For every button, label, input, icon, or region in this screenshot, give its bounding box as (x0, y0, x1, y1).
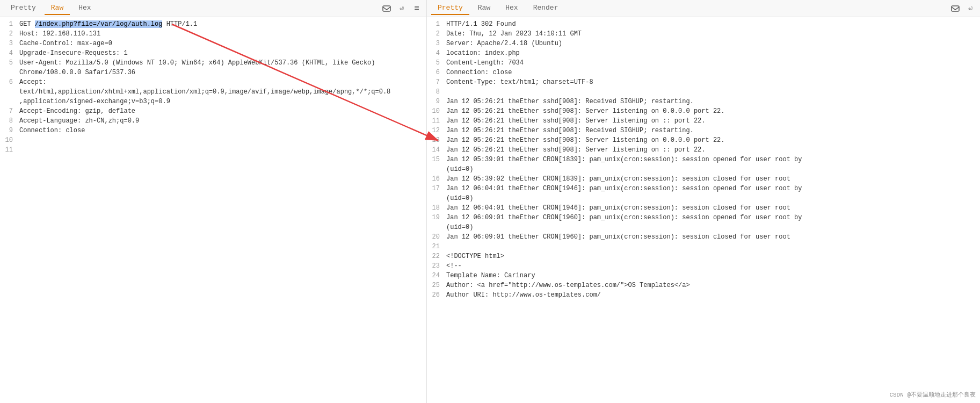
code-line: 6 Accept: (0, 77, 426, 87)
tab-right-render[interactable]: Render (527, 2, 565, 15)
code-line: 7 Accept-Encoding: gzip, deflate (0, 106, 426, 116)
code-line: 19 Jan 12 06:09:01 theEther CRON[1960]: … (427, 213, 980, 222)
code-line: 14 Jan 12 05:26:21 theEther sshd[908]: S… (427, 145, 980, 155)
send-icon-right[interactable] (950, 3, 961, 14)
code-line: (uid=0) (427, 193, 980, 203)
code-line: 11 Jan 12 05:26:21 theEther sshd[908]: S… (427, 116, 980, 126)
wrap-icon[interactable]: ⏎ (396, 3, 407, 14)
code-line-13: 13 Jan 12 05:26:21 theEther sshd[908]: S… (427, 135, 980, 145)
code-line: text/html,application/xhtml+xml,applicat… (0, 87, 426, 97)
code-line: 5 Content-Length: 7034 (427, 58, 980, 68)
code-line: 11 (0, 145, 426, 155)
code-line: 10 (0, 135, 426, 145)
menu-icon[interactable]: ≡ (411, 3, 422, 14)
wrap-icon-right[interactable]: ⏎ (965, 3, 976, 14)
left-code-content: 1 GET /index.php?file=/var/log/auth.log … (0, 17, 426, 403)
tab-right-pretty[interactable]: Pretty (431, 2, 469, 15)
code-line: 20 Jan 12 06:09:01 theEther CRON[1960]: … (427, 232, 980, 242)
code-line: (uid=0) (427, 164, 980, 174)
code-line: 15 Jan 12 05:39:01 theEther CRON[1839]: … (427, 155, 980, 164)
code-line: 3 Server: Apache/2.4.18 (Ubuntu) (427, 39, 980, 48)
left-tab-bar: Pretty Raw Hex ⏎ ≡ (0, 0, 426, 17)
code-line: ,application/signed-exchange;v=b3;q=0.9 (0, 97, 426, 106)
code-line: 10 Jan 12 05:26:21 theEther sshd[908]: S… (427, 106, 980, 116)
code-line: 6 Connection: close (427, 68, 980, 77)
code-line: 9 Connection: close (0, 126, 426, 135)
code-line: 21 (427, 242, 980, 251)
code-line: 25 Author: <a href="http://www.os-templa… (427, 280, 980, 290)
code-line: 2 Date: Thu, 12 Jan 2023 14:10:11 GMT (427, 29, 980, 39)
tab-left-pretty[interactable]: Pretty (4, 2, 42, 15)
code-line: 4 Upgrade-Insecure-Requests: 1 (0, 48, 426, 58)
tab-right-hex[interactable]: Hex (499, 2, 524, 15)
code-line: 16 Jan 12 05:39:02 theEther CRON[1839]: … (427, 174, 980, 184)
svg-rect-0 (383, 6, 390, 11)
tab-right-raw[interactable]: Raw (471, 2, 497, 15)
code-line: 1 HTTP/1.1 302 Found (427, 19, 980, 29)
tab-left-hex[interactable]: Hex (72, 2, 97, 15)
watermark: CSDN @不要温顺地走进那个良夜 (889, 391, 976, 399)
code-line: 8 (427, 87, 980, 97)
code-line: 5 User-Agent: Mozilla/5.0 (Windows NT 10… (0, 58, 426, 68)
code-line: 7 Content-Type: text/html; charset=UTF-8 (427, 77, 980, 87)
svg-rect-1 (952, 6, 959, 11)
code-line: 9 Jan 12 05:26:21 theEther sshd[908]: Re… (427, 97, 980, 106)
code-line: 22 <!DOCTYPE html> (427, 251, 980, 261)
code-line: Chrome/108.0.0.0 Safari/537.36 (0, 68, 426, 77)
code-line: 2 Host: 192.168.110.131 (0, 29, 426, 39)
main-panels: Pretty Raw Hex ⏎ ≡ 1 GET /index.php?file… (0, 0, 980, 403)
send-icon[interactable] (381, 3, 392, 14)
code-line: 3 Cache-Control: max-age=0 (0, 39, 426, 48)
left-panel: Pretty Raw Hex ⏎ ≡ 1 GET /index.php?file… (0, 0, 427, 403)
code-line: 18 Jan 12 06:04:01 theEther CRON[1946]: … (427, 203, 980, 213)
right-panel: Pretty Raw Hex Render ⏎ 1 HTTP/1.1 302 F… (427, 0, 980, 403)
code-line: 4 location: index.php (427, 48, 980, 58)
code-line: 12 Jan 12 05:26:21 theEther sshd[908]: R… (427, 126, 980, 135)
code-line: 17 Jan 12 06:04:01 theEther CRON[1946]: … (427, 184, 980, 193)
right-code-content: 1 HTTP/1.1 302 Found 2 Date: Thu, 12 Jan… (427, 17, 980, 403)
code-line: 1 GET /index.php?file=/var/log/auth.log … (0, 19, 426, 29)
tab-left-raw[interactable]: Raw (45, 2, 70, 15)
right-tab-bar: Pretty Raw Hex Render ⏎ (427, 0, 980, 17)
code-line: 8 Accept-Language: zh-CN,zh;q=0.9 (0, 116, 426, 126)
code-line: 24 Template Name: Carinary (427, 271, 980, 280)
code-line: (uid=0) (427, 222, 980, 232)
code-line: 26 Author URI: http://www.os-templates.c… (427, 290, 980, 300)
code-line: 23 <!-- (427, 261, 980, 271)
